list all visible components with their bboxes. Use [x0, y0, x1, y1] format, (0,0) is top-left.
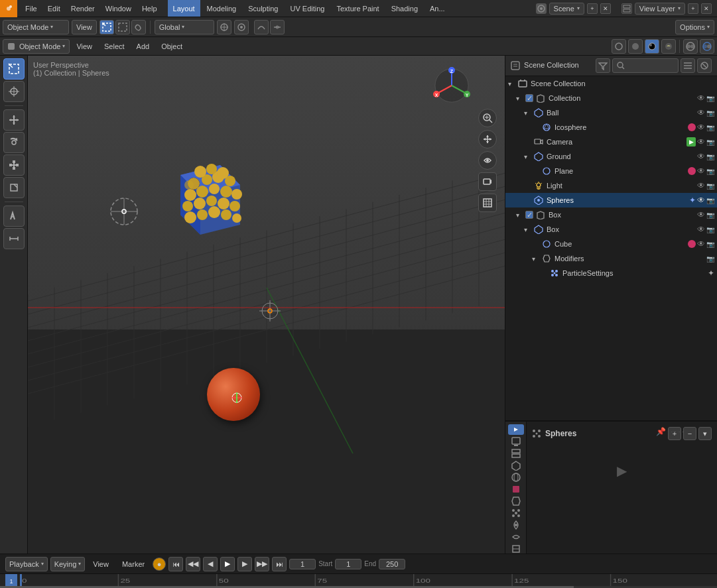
ol-plane[interactable]: Plane 👁 📷 [505, 164, 717, 178]
ol-box-obj[interactable]: ▾ Box 👁 📷 [505, 222, 717, 237]
ol-ground[interactable]: ▾ Ground 👁 📷 [505, 149, 717, 164]
menu-help[interactable]: Help [137, 0, 163, 17]
tool-select[interactable] [3, 58, 25, 80]
view-layer-selector[interactable]: View Layer ▾ [635, 3, 685, 15]
ol-box-eye[interactable]: 👁 [697, 210, 705, 219]
axis-widget[interactable]: Z X Y [432, 66, 472, 105]
ol-camera-eye[interactable]: 👁 [697, 137, 705, 147]
ol-modifiers[interactable]: ▾ Modifiers 📷 [505, 251, 717, 266]
menu-window[interactable]: Window [100, 0, 137, 17]
current-frame[interactable]: 1 [289, 559, 316, 569]
object-mode-selector[interactable]: Object Mode ▾ [3, 39, 70, 54]
timeline-marker[interactable]: Marker [117, 557, 150, 571]
options-btn[interactable]: Options ▾ [675, 20, 714, 34]
pan-view[interactable] [478, 130, 497, 148]
prop-view-layer[interactable] [508, 448, 524, 459]
prop-expand-btn[interactable]: ▾ [698, 427, 712, 440]
ol-collection[interactable]: ▾ ✓ Collection 👁 📷 [505, 91, 717, 105]
ol-plane-cam[interactable]: 📷 [706, 168, 714, 175]
hb-select[interactable]: Select [99, 39, 130, 54]
tool-rotate[interactable] [3, 132, 25, 153]
prop-object-data[interactable] [508, 544, 524, 554]
outliner-search[interactable] [612, 58, 679, 73]
ol-cube-eye[interactable]: 👁 [697, 239, 705, 249]
viewport-3d[interactable]: User Perspective (1) Collection | Sphere… [28, 56, 505, 554]
end-frame[interactable]: 250 [379, 559, 405, 569]
hb-object[interactable]: Object [156, 39, 188, 54]
start-frame[interactable]: 1 [335, 559, 361, 569]
ol-light-cam[interactable]: 📷 [706, 182, 714, 190]
goto-end-btn[interactable]: ⏭ [272, 557, 287, 571]
prop-pin-btn[interactable]: 📌 [656, 427, 666, 440]
tool-measure[interactable] [3, 228, 25, 249]
ol-ball-cam[interactable]: 📷 [706, 109, 714, 117]
ol-scene-collection[interactable]: ▾ Scene Collection [505, 76, 717, 91]
scene-remove-btn[interactable]: ✕ [600, 3, 611, 14]
ol-box-checkbox[interactable]: ✓ [525, 211, 533, 219]
select-lasso-tool[interactable] [131, 20, 146, 34]
timeline-view[interactable]: View [88, 557, 114, 571]
ol-ground-cam[interactable]: 📷 [706, 153, 714, 160]
ol-mod-render[interactable]: 📷 [706, 255, 714, 263]
camera-view[interactable] [478, 172, 497, 191]
ol-collection-checkbox[interactable]: ✓ [525, 94, 533, 102]
ol-collection-eye[interactable]: 👁 [697, 93, 705, 103]
menu-render[interactable]: Render [66, 0, 100, 17]
workspace-modeling[interactable]: Modeling [202, 0, 242, 17]
workspace-texture-paint[interactable]: Texture Paint [331, 0, 384, 17]
ol-light-eye[interactable]: 👁 [697, 181, 705, 190]
view-layer-remove-btn[interactable]: ✕ [701, 3, 712, 14]
goto-start-btn[interactable]: ⏮ [168, 557, 183, 571]
next-frame-btn[interactable]: ▶ [237, 557, 252, 571]
workspace-shading[interactable]: Shading [386, 0, 423, 17]
prop-render[interactable] [508, 424, 524, 435]
shading-wire[interactable] [612, 39, 626, 54]
prop-output[interactable] [508, 436, 524, 447]
ol-plane-eye[interactable]: 👁 [697, 166, 705, 176]
curve-type-1[interactable] [254, 20, 269, 34]
snap-btn[interactable] [217, 20, 231, 34]
tool-cursor[interactable] [3, 81, 25, 102]
prev-frame-btn[interactable]: ◀ [203, 557, 218, 571]
prop-particles[interactable] [508, 508, 524, 518]
tool-scale[interactable] [3, 154, 25, 176]
ol-cube-cam[interactable]: 📷 [706, 241, 714, 248]
outliner-filter[interactable] [596, 58, 610, 73]
ol-spheres-cam[interactable]: 📷 [706, 197, 714, 204]
menu-edit[interactable]: Edit [42, 0, 66, 17]
view-toggle[interactable]: View [72, 20, 97, 34]
ol-camera-cam[interactable]: 📷 [706, 139, 714, 146]
playback-dropdown[interactable]: Playback ▾ [5, 557, 48, 571]
ol-ground-eye[interactable]: 👁 [697, 152, 705, 161]
prop-constraints[interactable] [508, 532, 524, 542]
select-circle-tool[interactable] [115, 20, 130, 34]
keying-dropdown[interactable]: Keying ▾ [50, 557, 86, 571]
hb-add[interactable]: Add [131, 39, 155, 54]
ol-cube[interactable]: Cube 👁 📷 [505, 237, 717, 251]
keyframe-dot[interactable]: ● [153, 558, 166, 571]
ol-box-cam[interactable]: 📷 [706, 211, 714, 219]
ol-box-obj-eye[interactable]: 👁 [697, 225, 705, 234]
ortho-toggle[interactable] [478, 194, 497, 212]
workspace-animation[interactable]: An... [424, 0, 450, 17]
outliner-restrict-col[interactable] [697, 58, 712, 73]
prop-remove-btn[interactable]: − [683, 427, 696, 440]
timeline-strip[interactable]: 1 0 25 50 75 100 125 150 [0, 573, 717, 588]
outliner-options[interactable] [681, 58, 695, 73]
ol-particle-settings[interactable]: ParticleSettings ✦ [505, 266, 717, 280]
shading-solid[interactable] [628, 39, 643, 54]
mode-selector[interactable]: Object Mode ▾ [3, 20, 69, 34]
hb-view[interactable]: View [71, 39, 98, 54]
gizmo-toggle[interactable] [700, 39, 714, 54]
ol-icosphere-cam[interactable]: 📷 [706, 124, 714, 131]
play-btn[interactable]: ▶ [220, 557, 235, 571]
ol-spheres-eye[interactable]: 👁 [697, 196, 705, 205]
select-box-tool[interactable] [99, 20, 114, 34]
shading-rendered[interactable] [661, 39, 676, 54]
ol-collection-cam[interactable]: 📷 [706, 95, 714, 102]
prop-object[interactable] [508, 484, 524, 495]
ol-box-obj-cam[interactable]: 📷 [706, 226, 714, 233]
tool-transform[interactable] [3, 177, 25, 198]
menu-file[interactable]: File [20, 0, 42, 17]
tool-move[interactable] [3, 109, 25, 131]
